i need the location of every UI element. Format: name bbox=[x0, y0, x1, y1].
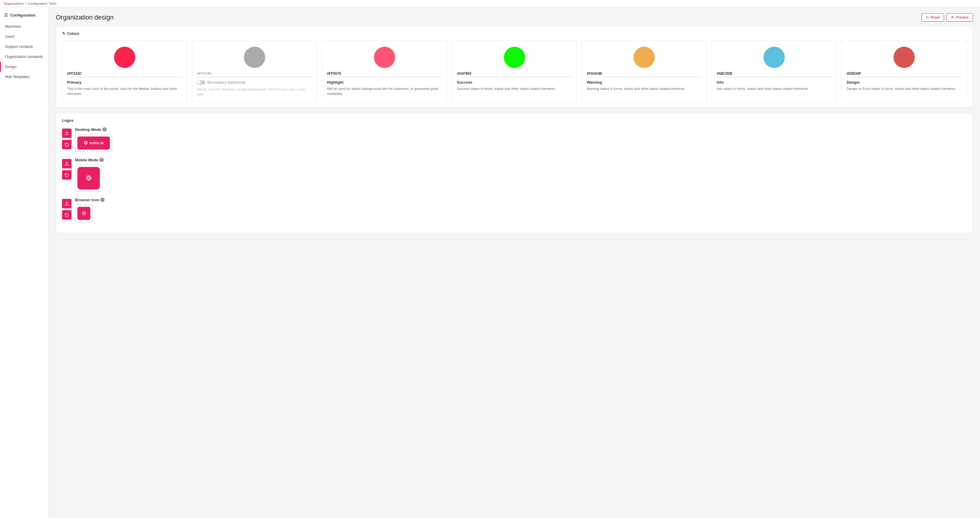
color-card-highlight[interactable]: #FF5575 Highlight Will be used for darke… bbox=[322, 40, 447, 102]
color-card-primary[interactable]: #FF224C Primary This is the main color o… bbox=[62, 40, 187, 102]
reset-icon bbox=[65, 213, 69, 217]
color-circle-warning bbox=[633, 47, 655, 68]
color-circle-secondary bbox=[244, 47, 265, 68]
logo-info-desktop: Desktop Mode ? ⚙ scitis.io bbox=[75, 128, 967, 152]
color-hex-primary: #FF224C bbox=[67, 72, 182, 77]
hamburger-icon[interactable]: ☰ bbox=[4, 13, 8, 18]
color-desc-primary: This is the main color of the portal, us… bbox=[67, 86, 182, 97]
sidebar-nav: Machines Users Support contacts Organiza… bbox=[0, 22, 48, 82]
color-hex-secondary: #FF224C bbox=[197, 72, 312, 77]
upload-icon bbox=[65, 162, 69, 166]
logo-actions-browser bbox=[62, 199, 72, 220]
sidebar-item-support-contacts[interactable]: Support contacts bbox=[0, 41, 48, 52]
color-name-primary: Primary bbox=[67, 80, 81, 84]
logo-preview-mobile: ⚙ ⚙ bbox=[75, 164, 102, 192]
reset-icon bbox=[65, 173, 69, 177]
toggle-switch[interactable] bbox=[197, 80, 205, 84]
colors-grid: #FF224C Primary This is the main color o… bbox=[62, 40, 967, 102]
help-icon-browser[interactable]: ? bbox=[100, 198, 105, 202]
logos-section-title: Logos bbox=[62, 118, 967, 123]
sidebar-item-users[interactable]: Users bbox=[0, 32, 48, 41]
color-circle-success bbox=[504, 47, 525, 68]
secondary-toggle[interactable]: Secondary (optional) bbox=[197, 80, 245, 84]
browser-logo-gear-icon: ⚙ bbox=[81, 210, 86, 217]
upload-icon bbox=[65, 201, 69, 206]
desktop-logo-gear-icon: ⚙ bbox=[84, 140, 88, 146]
color-desc-success: Success states in forms, toasts and othe… bbox=[457, 86, 556, 91]
color-name-warning: Warning bbox=[587, 80, 602, 84]
reset-icon: ↻ bbox=[926, 15, 929, 19]
sidebar-item-machines[interactable]: Machines bbox=[0, 22, 48, 32]
colors-section: ✎ Colors #FF224C Primary This is the mai… bbox=[56, 26, 973, 107]
browser-logo-image: ⚙ bbox=[77, 207, 91, 220]
help-icon-mobile[interactable]: ? bbox=[100, 158, 104, 162]
color-card-info[interactable]: #5BC0DE Info Info states in forms, toast… bbox=[711, 40, 837, 102]
sidebar-item-design[interactable]: Design bbox=[0, 62, 48, 72]
upload-browser-button[interactable] bbox=[62, 199, 72, 208]
logo-row-desktop: Desktop Mode ? ⚙ scitis.io bbox=[62, 128, 967, 152]
logo-actions-mobile bbox=[62, 159, 72, 180]
color-card-secondary[interactable]: #FF224C Secondary (optional) Will be use… bbox=[192, 40, 317, 102]
color-name-highlight: Highlight bbox=[327, 80, 344, 84]
color-circle-primary bbox=[114, 47, 135, 68]
sidebar-header: ☰ Configuration bbox=[0, 10, 48, 22]
logo-preview-browser: ⚙ bbox=[75, 204, 93, 222]
color-name-info: Info bbox=[716, 80, 724, 84]
reset-icon bbox=[65, 142, 69, 147]
color-desc-danger: Danger or Error states in forms, toasts … bbox=[846, 86, 956, 91]
logo-row-mobile: Mobile Mode ? ⚙ ⚙ bbox=[62, 158, 967, 192]
color-name-danger: Danger bbox=[846, 80, 860, 84]
color-hex-info: #5BC0DE bbox=[716, 72, 832, 77]
color-desc-secondary: Will be used for elements on light backg… bbox=[197, 87, 312, 97]
page-header: Organization design ↻ Reset 👁 Preview bbox=[56, 13, 973, 22]
color-desc-warning: Warning states in forms, toasts and othe… bbox=[587, 86, 686, 91]
color-card-danger[interactable]: #D9534F Danger Danger or Error states in… bbox=[842, 40, 967, 102]
color-desc-info: Info states in forms, toasts and other s… bbox=[716, 86, 808, 91]
sidebar-title: Configuration bbox=[10, 13, 35, 18]
logo-actions-desktop bbox=[62, 129, 72, 149]
main-content: Organization design ↻ Reset 👁 Preview ✎ … bbox=[49, 7, 980, 518]
color-card-success[interactable]: #0AF903 Success Success states in forms,… bbox=[452, 40, 577, 102]
header-actions: ↻ Reset 👁 Preview bbox=[921, 13, 973, 22]
color-hex-success: #0AF903 bbox=[457, 72, 572, 77]
color-hex-danger: #D9534F bbox=[846, 72, 962, 77]
mobile-logo-inner-gear-icon: ⚙ bbox=[86, 175, 91, 182]
upload-icon bbox=[65, 131, 69, 135]
colors-section-title: ✎ Colors bbox=[62, 31, 967, 36]
logos-section: Logos Desktop Mode ? bbox=[56, 113, 973, 233]
upload-mobile-button[interactable] bbox=[62, 159, 72, 169]
preview-icon: 👁 bbox=[951, 15, 954, 19]
breadcrumb-current: Configuration: Tests bbox=[28, 2, 56, 5]
pencil-icon: ✎ bbox=[62, 31, 65, 36]
sidebar: ☰ Configuration Machines Users Support c… bbox=[0, 7, 49, 518]
upload-desktop-button[interactable] bbox=[62, 129, 72, 138]
logo-info-mobile: Mobile Mode ? ⚙ ⚙ bbox=[75, 158, 967, 192]
reset-button[interactable]: ↻ Reset bbox=[921, 13, 944, 22]
color-card-warning[interactable]: #F0AD4E Warning Warning states in forms,… bbox=[582, 40, 707, 102]
reset-browser-button[interactable] bbox=[62, 210, 72, 220]
sidebar-item-organization-constants[interactable]: Organization constants bbox=[0, 52, 48, 62]
breadcrumb: Organizations > Configuration: Tests bbox=[0, 0, 980, 7]
logo-info-browser: Browser Icon ? ⚙ bbox=[75, 198, 967, 222]
desktop-logo-image: ⚙ scitis.io bbox=[77, 137, 110, 150]
logo-label-mobile: Mobile Mode ? bbox=[75, 158, 967, 162]
logo-preview-desktop: ⚙ scitis.io bbox=[75, 134, 112, 152]
preview-button[interactable]: 👁 Preview bbox=[946, 13, 973, 22]
color-name-secondary: Secondary (optional) bbox=[207, 80, 245, 84]
color-circle-danger bbox=[894, 47, 915, 68]
breadcrumb-org-link[interactable]: Organizations bbox=[3, 2, 24, 5]
logo-label-browser: Browser Icon ? bbox=[75, 198, 967, 202]
color-desc-highlight: Will be used for darker backgrounds like… bbox=[327, 86, 442, 97]
color-name-success: Success bbox=[457, 80, 473, 84]
color-circle-info bbox=[764, 47, 785, 68]
color-circle-highlight bbox=[374, 47, 395, 68]
color-hex-warning: #F0AD4E bbox=[587, 72, 702, 77]
color-hex-highlight: #FF5575 bbox=[327, 72, 442, 77]
logo-label-desktop: Desktop Mode ? bbox=[75, 128, 967, 132]
reset-desktop-button[interactable] bbox=[62, 140, 72, 149]
help-icon-desktop[interactable]: ? bbox=[102, 128, 107, 131]
reset-mobile-button[interactable] bbox=[62, 170, 72, 180]
page-title: Organization design bbox=[56, 14, 114, 21]
logo-row-browser: Browser Icon ? ⚙ bbox=[62, 198, 967, 222]
sidebar-item-mail-templates[interactable]: Mail Templates bbox=[0, 72, 48, 82]
